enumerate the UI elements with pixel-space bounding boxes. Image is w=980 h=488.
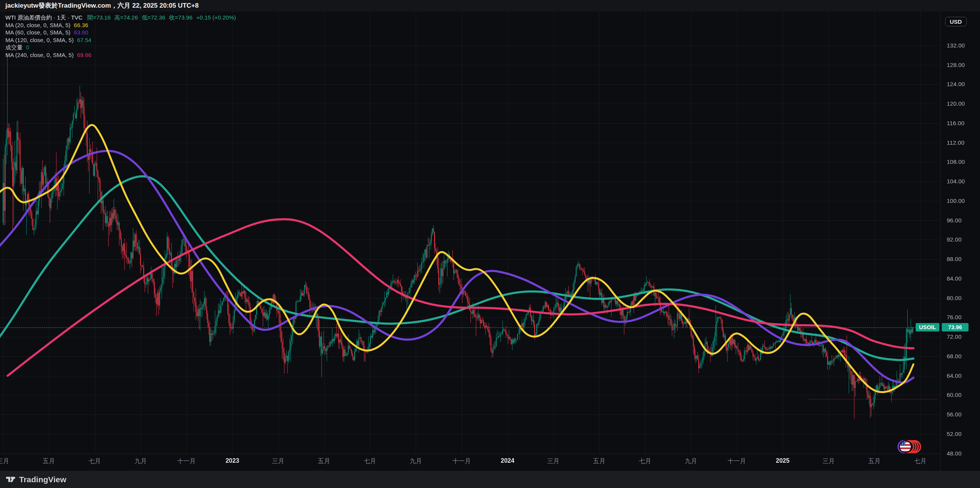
time-tick-label: 三月	[822, 457, 835, 465]
time-tick-label: 三月	[547, 457, 560, 465]
legend-ma60-row[interactable]: MA (60, close, 0, SMA, 5)63.60	[5, 29, 240, 36]
time-tick-label: 九月	[134, 457, 147, 465]
ma60-value: 63.60	[74, 29, 88, 36]
time-tick-label: 2024	[501, 457, 514, 464]
tradingview-share-card: jackieyutw發表於TradingView.com，六月 22, 2025…	[0, 0, 980, 488]
share-byline: jackieyutw發表於TradingView.com，六月 22, 2025…	[5, 0, 199, 11]
symbol-price-flag-badge: USOIL	[916, 323, 939, 331]
time-tick-label: 十一月	[728, 457, 746, 465]
price-tick-label: 112.00	[947, 139, 964, 146]
legend-volume-row[interactable]: 成交量0	[5, 44, 240, 51]
ohlc-close: 收=73.96	[169, 14, 193, 21]
price-tick-label: 104.00	[947, 178, 965, 185]
ohlc-open: 開=73.16	[87, 14, 111, 21]
price-tick-label: 124.00	[947, 81, 965, 88]
time-tick-label: 五月	[318, 457, 330, 465]
legend-ma120-row[interactable]: MA (120, close, 0, SMA, 5)67.54	[5, 36, 240, 44]
price-tick-label: 68.00	[947, 353, 962, 360]
price-tick-label: 80.00	[947, 295, 962, 302]
legend-ma240-row[interactable]: MA (240, close, 0, SMA, 5)69.66	[5, 51, 240, 59]
price-tick-label: 128.00	[947, 62, 965, 69]
time-tick-label: 五月	[868, 457, 880, 465]
chart-canvas[interactable]	[0, 0, 980, 488]
time-tick-label: 三月	[0, 457, 9, 465]
price-tick-label: 120.00	[947, 100, 965, 107]
footer: TradingView	[0, 471, 980, 488]
price-tick-label: 100.00	[947, 197, 965, 204]
price-tick-label: 76.00	[947, 314, 962, 321]
ohlc-change: +0.15 (+0.20%)	[196, 14, 236, 21]
price-tick-label: 96.00	[947, 217, 962, 224]
time-tick-label: 十一月	[177, 457, 196, 465]
ma240-value: 69.66	[77, 52, 91, 58]
price-tick-label: 48.00	[947, 450, 962, 457]
time-tick-label: 九月	[685, 457, 697, 465]
time-tick-label: 三月	[272, 457, 284, 465]
last-price-badge: 73.96	[942, 323, 969, 331]
share-header: jackieyutw發表於TradingView.com，六月 22, 2025…	[0, 0, 980, 11]
price-tick-label: 132.00	[947, 42, 965, 49]
time-tick-label: 十一月	[452, 457, 471, 465]
ma120-value: 67.54	[77, 37, 91, 43]
ohlc-low: 低=72.36	[142, 14, 165, 21]
ma60-label: MA (60, close, 0, SMA, 5)	[5, 29, 70, 36]
volume-value: 0	[26, 44, 29, 51]
price-tick-label: 116.00	[947, 120, 964, 127]
time-tick-label: 七月	[364, 457, 376, 465]
symbol-title: WTI 原油差價合約 · 1天 · TVC	[5, 14, 83, 21]
price-tick-label: 64.00	[947, 372, 962, 379]
tradingview-logo-icon[interactable]	[6, 475, 17, 483]
ma240-label: MA (240, close, 0, SMA, 5)	[5, 52, 74, 58]
price-tick-label: 60.00	[947, 392, 962, 398]
time-tick-label: 2023	[225, 457, 239, 464]
time-tick-label: 七月	[89, 457, 101, 465]
time-tick-label: 五月	[43, 457, 55, 465]
price-tick-label: 84.00	[947, 275, 962, 282]
time-tick-label: 七月	[639, 457, 651, 465]
volume-label: 成交量	[5, 44, 23, 51]
legend-symbol-row[interactable]: WTI 原油差價合約 · 1天 · TVC開=73.16高=74.26低=72.…	[5, 14, 240, 21]
price-tick-label: 88.00	[947, 256, 962, 263]
price-tick-label: 56.00	[947, 411, 962, 418]
price-tick-label: 92.00	[947, 236, 962, 243]
footer-brand-text[interactable]: TradingView	[19, 471, 66, 488]
ma20-value: 66.36	[74, 22, 88, 28]
ma120-label: MA (120, close, 0, SMA, 5)	[5, 37, 74, 43]
time-tick-label: 七月	[914, 457, 926, 465]
price-axis[interactable]: USD 48.0052.0056.0060.0064.0068.0072.007…	[940, 11, 980, 471]
ma20-label: MA (20, close, 0, SMA, 5)	[5, 22, 70, 28]
price-tick-label: 108.00	[947, 158, 965, 165]
time-tick-label: 2025	[776, 457, 790, 464]
price-tick-label: 72.00	[947, 333, 962, 340]
price-tick-label: 52.00	[947, 431, 962, 437]
currency-usd-button[interactable]: USD	[945, 17, 967, 26]
legend-ma20-row[interactable]: MA (20, close, 0, SMA, 5)66.36	[5, 21, 240, 29]
legend: WTI 原油差價合約 · 1天 · TVC開=73.16高=74.26低=72.…	[5, 14, 240, 59]
time-tick-label: 五月	[593, 457, 605, 465]
ohlc-high: 高=74.26	[114, 14, 138, 21]
time-tick-label: 九月	[410, 457, 422, 465]
time-axis[interactable]: 三月五月七月九月十一月2023三月五月七月九月十一月2024三月五月七月九月十一…	[0, 454, 940, 471]
